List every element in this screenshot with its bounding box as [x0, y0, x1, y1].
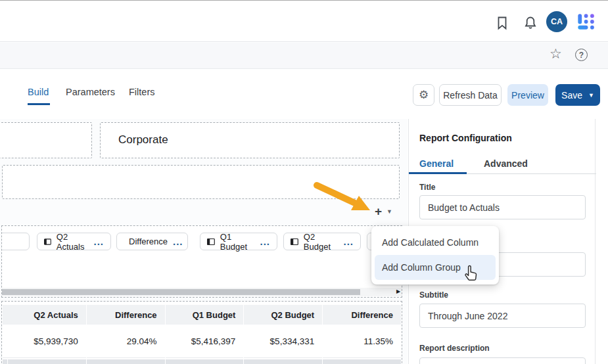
table-cell: 11.35% [323, 325, 401, 358]
title-field-label: Title [419, 183, 435, 192]
column-icon [291, 238, 298, 246]
header-cell-left[interactable] [0, 122, 92, 158]
avatar[interactable]: CA [546, 11, 567, 32]
save-dropdown-caret-icon[interactable]: ▼ [588, 92, 594, 99]
add-column-caret-icon[interactable]: ▼ [386, 208, 392, 215]
header-row-empty[interactable] [2, 165, 400, 199]
panel-title: Report Configuration [419, 133, 512, 143]
builder-header: Build Parameters Filters ⚙ Refresh Data … [0, 70, 608, 119]
panel-active-tab-underline [409, 172, 467, 174]
refresh-data-button[interactable]: Refresh Data [439, 84, 502, 106]
table-header-cell: Q2 Budget [244, 305, 322, 325]
help-icon[interactable]: ? [575, 49, 588, 61]
table-next-row-partial [323, 359, 401, 364]
report-description-label: Report description [419, 344, 490, 353]
menu-item-add-calculated-column[interactable]: Add Calculated Column [371, 230, 499, 255]
columns-container: ls ... Q2 Actuals ... Difference ... Q1 … [1, 225, 402, 298]
document-toolbar: ☆ ? [0, 43, 608, 69]
chip-menu-dots-icon[interactable]: ... [343, 240, 354, 244]
table-header-cell: Q2 Actuals [8, 305, 86, 325]
scrollbar-right-arrow-icon[interactable]: ▶ [396, 288, 400, 294]
table-next-row-partial [87, 359, 165, 364]
tab-filters[interactable]: Filters [129, 87, 154, 97]
title-input[interactable] [419, 195, 586, 219]
chip-label: Q2 Budget [304, 232, 339, 252]
column-chip[interactable]: Difference ... [116, 233, 188, 250]
column-icon [44, 238, 51, 246]
add-column-button[interactable]: + ▼ [375, 205, 392, 217]
column-chip[interactable]: Q2 Actuals ... [37, 233, 111, 250]
report-canvas: Corporate + ▼ ls ... Q2 Actuals ... Diff… [0, 119, 408, 364]
menu-item-add-column-group[interactable]: Add Column Group [375, 255, 496, 280]
column-chip[interactable]: ls ... [1, 233, 30, 250]
favorite-star-icon[interactable]: ☆ [550, 46, 562, 62]
table-cell: $5,334,331 [244, 325, 322, 358]
column-icon [207, 238, 215, 246]
table-cell: $5,939,730 [8, 325, 86, 358]
table-cell: 29.04% [87, 325, 165, 358]
tab-build[interactable]: Build [28, 87, 49, 97]
preview-button[interactable]: Preview [507, 84, 548, 106]
chip-label: Q2 Actuals [57, 232, 89, 252]
table-next-row-partial [3, 359, 7, 364]
bookmark-icon[interactable] [494, 15, 510, 31]
chip-menu-dots-icon[interactable]: ... [260, 240, 270, 244]
table-grid: Q2 Actuals Difference Q1 Budget Q2 Budge… [3, 305, 401, 364]
column-chip[interactable]: Q1 Budget ... [200, 233, 277, 250]
top-app-bar: CA [0, 1, 608, 42]
tab-parameters[interactable]: Parameters [66, 87, 115, 97]
table-header-cell: Difference [87, 305, 165, 325]
chip-menu-dots-icon[interactable]: ... [93, 240, 104, 244]
panel-tab-advanced[interactable]: Advanced [484, 158, 528, 169]
corporate-label: Corporate [118, 133, 168, 147]
table-next-row-partial [8, 359, 86, 364]
table-header-cell: Difference [323, 305, 401, 325]
active-tab-underline [28, 103, 50, 105]
avatar-initials: CA [551, 17, 563, 26]
horizontal-scrollbar[interactable]: ▶ [2, 288, 402, 296]
subtitle-input[interactable] [419, 304, 586, 328]
scrollbar-thumb[interactable] [2, 289, 360, 295]
table-next-row-partial [244, 359, 322, 364]
chip-label: Difference [129, 237, 168, 246]
subtitle-field-label: Subtitle [419, 290, 448, 300]
chip-label: Q1 Budget [220, 232, 255, 252]
report-description-input[interactable] [419, 357, 586, 364]
save-label: Save [561, 90, 582, 101]
save-button[interactable]: Save ▼ [555, 84, 600, 106]
table-header-cell: Q1 Budget [166, 305, 244, 325]
apps-grid-icon[interactable] [576, 12, 595, 31]
table-cell: $5,416,397 [166, 325, 244, 358]
report-builder-page: CA ☆ [0, 0, 608, 364]
plus-icon[interactable]: + [375, 205, 382, 217]
bell-icon[interactable] [523, 15, 538, 31]
add-column-dropdown-menu: Add Calculated Column Add Column Group [371, 226, 499, 284]
panel-tab-general[interactable]: General [419, 158, 454, 169]
column-chip[interactable]: Q2 Budget ... [283, 233, 361, 250]
settings-gear-button[interactable]: ⚙ [413, 84, 434, 106]
table-next-row-partial [166, 359, 244, 364]
header-cell-corporate[interactable]: Corporate [100, 122, 400, 158]
chip-menu-dots-icon[interactable]: ... [173, 240, 183, 244]
table-preview: Q2 Actuals Difference Q1 Budget Q2 Budge… [1, 301, 402, 364]
